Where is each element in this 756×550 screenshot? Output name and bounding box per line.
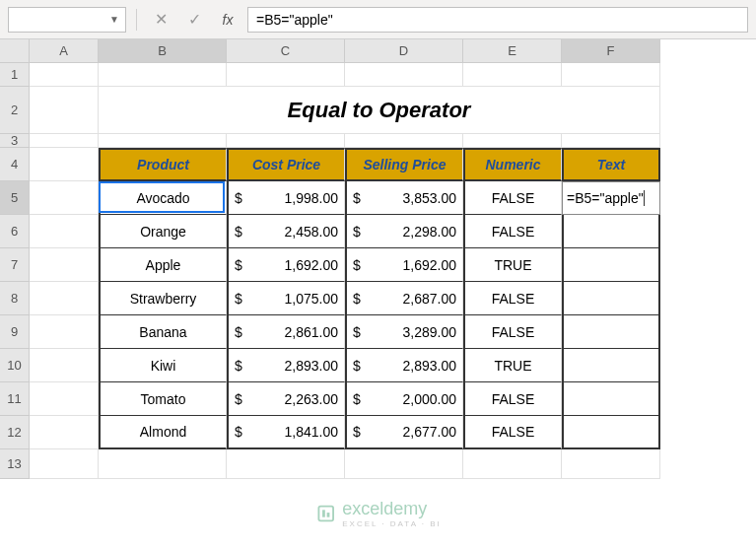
row-header[interactable]: 10 bbox=[0, 349, 30, 382]
table-header[interactable]: Selling Price bbox=[345, 148, 463, 181]
cost-cell[interactable]: $1,841.00 bbox=[227, 416, 345, 449]
numeric-cell[interactable]: FALSE bbox=[463, 315, 562, 349]
row-header[interactable]: 13 bbox=[0, 449, 30, 479]
product-cell[interactable]: Apple bbox=[99, 248, 227, 282]
column-header[interactable]: F bbox=[562, 39, 660, 63]
cell[interactable] bbox=[30, 282, 99, 315]
cell[interactable] bbox=[345, 134, 463, 148]
product-cell[interactable]: Almond bbox=[99, 416, 227, 449]
row-header[interactable]: 2 bbox=[0, 87, 30, 134]
product-cell[interactable]: Kiwi bbox=[99, 349, 227, 382]
cell[interactable] bbox=[463, 63, 562, 87]
numeric-cell[interactable]: FALSE bbox=[463, 181, 562, 215]
cell[interactable] bbox=[30, 248, 99, 282]
cell[interactable] bbox=[30, 134, 99, 148]
text-cell[interactable] bbox=[562, 248, 660, 282]
select-all-corner[interactable] bbox=[0, 39, 30, 63]
numeric-cell[interactable]: FALSE bbox=[463, 382, 562, 416]
cell[interactable] bbox=[227, 63, 345, 87]
table-header[interactable]: Product bbox=[99, 148, 227, 181]
text-cell[interactable] bbox=[562, 215, 660, 248]
cost-cell[interactable]: $1,075.00 bbox=[227, 282, 345, 315]
numeric-cell[interactable]: FALSE bbox=[463, 282, 562, 315]
table-header[interactable]: Text bbox=[562, 148, 660, 181]
row-header[interactable]: 4 bbox=[0, 148, 30, 181]
selling-cell[interactable]: $2,298.00 bbox=[345, 215, 463, 248]
cell[interactable] bbox=[30, 449, 99, 479]
row-header[interactable]: 9 bbox=[0, 315, 30, 349]
text-cell[interactable] bbox=[562, 349, 660, 382]
selling-cell[interactable]: $3,853.00 bbox=[345, 181, 463, 215]
product-cell[interactable]: Orange bbox=[99, 215, 227, 248]
selling-cell[interactable]: $3,289.00 bbox=[345, 315, 463, 349]
column-header[interactable]: B bbox=[99, 39, 227, 63]
table-header[interactable]: Cost Price bbox=[227, 148, 345, 181]
product-cell[interactable]: Banana bbox=[99, 315, 227, 349]
column-header[interactable]: D bbox=[345, 39, 463, 63]
cost-cell[interactable]: $2,893.00 bbox=[227, 349, 345, 382]
numeric-cell[interactable]: TRUE bbox=[463, 349, 562, 382]
row-header[interactable]: 7 bbox=[0, 248, 30, 282]
cell[interactable] bbox=[30, 349, 99, 382]
column-header[interactable]: A bbox=[30, 39, 99, 63]
numeric-cell[interactable]: FALSE bbox=[463, 215, 562, 248]
row-header[interactable]: 1 bbox=[0, 63, 30, 87]
row-header[interactable]: 8 bbox=[0, 282, 30, 315]
selling-cell[interactable]: $2,893.00 bbox=[345, 349, 463, 382]
selling-cell[interactable]: $2,000.00 bbox=[345, 382, 463, 416]
cell[interactable] bbox=[227, 134, 345, 148]
cell[interactable] bbox=[99, 134, 227, 148]
table-header[interactable]: Numeric bbox=[463, 148, 562, 181]
cell[interactable] bbox=[463, 449, 562, 479]
cell[interactable] bbox=[30, 315, 99, 349]
row-header[interactable]: 12 bbox=[0, 416, 30, 449]
cell[interactable] bbox=[463, 134, 562, 148]
cell[interactable] bbox=[562, 63, 660, 87]
cost-cell[interactable]: $1,692.00 bbox=[227, 248, 345, 282]
formula-bar[interactable]: =B5="apple" bbox=[247, 7, 748, 33]
product-cell[interactable]: Avocado bbox=[99, 181, 227, 215]
row-header[interactable]: 5 bbox=[0, 181, 30, 215]
numeric-cell[interactable]: FALSE bbox=[463, 416, 562, 449]
fx-icon[interactable]: fx bbox=[214, 7, 241, 33]
cell[interactable] bbox=[30, 416, 99, 449]
row-header[interactable]: 3 bbox=[0, 134, 30, 148]
cell[interactable] bbox=[562, 134, 660, 148]
editing-cell[interactable]: =B5="apple" bbox=[562, 181, 660, 215]
cancel-icon[interactable]: ✕ bbox=[147, 7, 174, 33]
confirm-icon[interactable]: ✓ bbox=[180, 7, 208, 33]
cell[interactable]: Equal to Operator bbox=[99, 87, 660, 134]
cost-cell[interactable]: $2,458.00 bbox=[227, 215, 345, 248]
selling-cell[interactable]: $1,692.00 bbox=[345, 248, 463, 282]
numeric-cell[interactable]: TRUE bbox=[463, 248, 562, 282]
column-header[interactable]: E bbox=[463, 39, 562, 63]
text-cell[interactable] bbox=[562, 382, 660, 416]
name-box[interactable]: ▼ bbox=[8, 7, 126, 33]
cell[interactable] bbox=[30, 148, 99, 181]
product-cell[interactable]: Tomato bbox=[99, 382, 227, 416]
text-cell[interactable] bbox=[562, 416, 660, 449]
selling-cell[interactable]: $2,687.00 bbox=[345, 282, 463, 315]
cell[interactable] bbox=[227, 449, 345, 479]
cell[interactable] bbox=[99, 449, 227, 479]
cell[interactable] bbox=[30, 382, 99, 416]
cell[interactable] bbox=[30, 63, 99, 87]
cell[interactable] bbox=[345, 449, 463, 479]
cell[interactable] bbox=[345, 63, 463, 87]
chevron-down-icon[interactable]: ▼ bbox=[109, 14, 119, 25]
cost-cell[interactable]: $2,861.00 bbox=[227, 315, 345, 349]
cell[interactable] bbox=[30, 215, 99, 248]
selling-cell[interactable]: $2,677.00 bbox=[345, 416, 463, 449]
row-header[interactable]: 6 bbox=[0, 215, 30, 248]
product-cell[interactable]: Strawberry bbox=[99, 282, 227, 315]
column-header[interactable]: C bbox=[227, 39, 345, 63]
text-cell[interactable] bbox=[562, 315, 660, 349]
cost-cell[interactable]: $1,998.00 bbox=[227, 181, 345, 215]
cell[interactable] bbox=[562, 449, 660, 479]
cell[interactable] bbox=[99, 63, 227, 87]
cell[interactable] bbox=[30, 87, 99, 134]
cost-cell[interactable]: $2,263.00 bbox=[227, 382, 345, 416]
cell[interactable] bbox=[30, 181, 99, 215]
row-header[interactable]: 11 bbox=[0, 382, 30, 416]
text-cell[interactable] bbox=[562, 282, 660, 315]
